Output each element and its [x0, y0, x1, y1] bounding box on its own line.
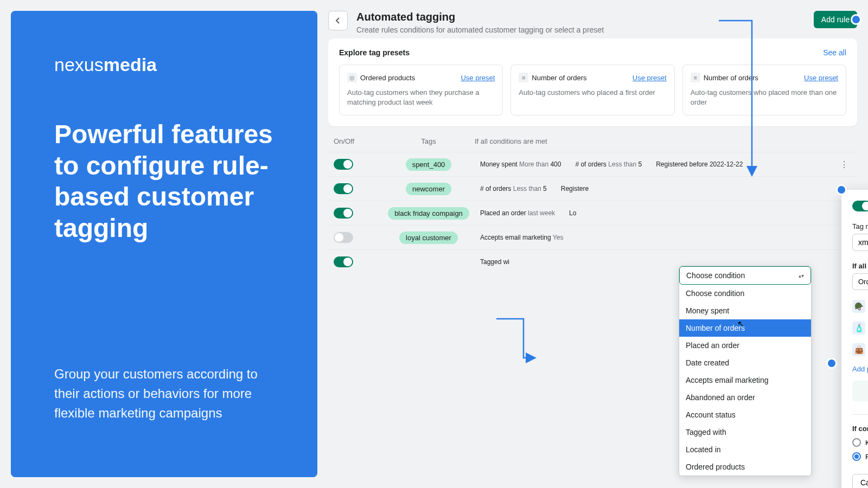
condition-pill: Placed an order last week: [475, 207, 560, 220]
product-item: 👜 4136- Blue laptop bag Delete: [852, 339, 868, 361]
chevron-updown-icon: ▴▾: [799, 273, 804, 279]
dropdown-option[interactable]: Accepts email marketing: [679, 371, 811, 389]
promo-heading: Powerful features to configure rule-base…: [54, 119, 279, 243]
col-onoff: On/Off: [334, 137, 382, 145]
product-thumb-icon: 🧴: [852, 322, 865, 335]
dropdown-option[interactable]: Ordered products: [679, 458, 811, 476]
preset-icon: ≡: [691, 73, 700, 82]
app-area: Automated tagging Create rules condition…: [328, 0, 868, 488]
col-conditions: If all conditions are met: [475, 137, 852, 145]
enable-rule-toggle[interactable]: [852, 201, 868, 211]
add-products-link[interactable]: Add products: [852, 365, 868, 373]
logo: nexusmedia: [54, 54, 279, 75]
preset-desc: Auto-tag customers who placed a first or…: [519, 88, 666, 98]
preset-card: ≡Number of orders Use preset Auto-tag cu…: [510, 65, 674, 115]
dropdown-option[interactable]: Tagged with: [679, 423, 811, 441]
tag-name-input[interactable]: [852, 234, 868, 251]
use-preset-link[interactable]: Use preset: [461, 74, 495, 82]
condition-pill: Lo: [564, 207, 582, 220]
promo-description: Group your customers according to their …: [54, 364, 279, 445]
more-icon[interactable]: ⋮: [837, 159, 852, 170]
keep-tag-option[interactable]: Keep tag: [852, 438, 868, 447]
add-rule-button[interactable]: Add rule: [814, 11, 857, 28]
condition-pill: # of orders Less than 5: [570, 158, 647, 171]
rule-toggle[interactable]: [334, 256, 353, 267]
preset-name: ≡Number of orders: [691, 73, 758, 82]
condition-pill: # of orders Less than 5: [475, 182, 552, 195]
add-condition-button[interactable]: + Add Condition: [852, 381, 868, 401]
rule-row: spent_400 Money spent More than 400# of …: [328, 152, 857, 176]
page-title: Automated tagging: [356, 11, 805, 23]
tag-pill: loyal customer: [399, 232, 458, 244]
dropdown-option[interactable]: Date created: [679, 354, 811, 371]
product-thumb-icon: 🪖: [852, 300, 865, 313]
rule-toggle[interactable]: [334, 208, 353, 219]
preset-card: ◎Ordered products Use preset Auto-tag cu…: [339, 65, 503, 115]
cursor-icon: ↖: [737, 319, 744, 329]
preset-name: ≡Number of orders: [519, 73, 586, 82]
dropdown-option[interactable]: Money spent: [679, 302, 811, 319]
conditions-anymore-label: If conditions aren't met anymore: [852, 425, 868, 433]
condition-pill: Accepts email marketing Yes: [475, 231, 569, 244]
condition-pill: Money spent More than 400: [475, 158, 566, 171]
keep-tag-label: Keep tag: [865, 439, 868, 447]
condition-pill: Registered before 2022-12-22: [650, 158, 748, 171]
tag-name-label: Tag name: [852, 222, 868, 230]
dropdown-option[interactable]: Account status: [679, 406, 811, 423]
use-preset-link[interactable]: Use preset: [804, 74, 838, 82]
product-thumb-icon: 👜: [852, 343, 865, 356]
radio-icon: [852, 438, 861, 447]
tag-pill: newcomer: [406, 183, 451, 195]
presets-title: Explore tag presets: [339, 48, 410, 57]
rule-toggle[interactable]: [334, 232, 353, 243]
dropdown-placeholder: Choose condition: [686, 271, 745, 280]
cancel-button[interactable]: Cancel: [852, 474, 868, 488]
dropdown-trigger[interactable]: Choose condition ▴▾: [679, 266, 811, 285]
page-subtitle: Create rules conditions for automated cu…: [356, 25, 805, 34]
rules-header: On/Off Tags If all conditions are met: [328, 137, 857, 152]
tag-pill: spent_400: [406, 158, 452, 171]
product-item: 🧴 2020- Light blue plastic suitcase Dele…: [852, 317, 868, 339]
presets-card: Explore tag presets See all ◎Ordered pro…: [328, 38, 857, 126]
condition-pill: Tagged wi: [475, 255, 515, 268]
tag-pill: black friday compaign: [388, 207, 469, 220]
dropdown-option[interactable]: Located in: [679, 441, 811, 458]
rule-toggle[interactable]: [334, 183, 353, 194]
use-preset-link[interactable]: Use preset: [633, 74, 667, 82]
see-all-link[interactable]: See all: [823, 48, 846, 57]
dropdown-option[interactable]: Placed an order: [679, 337, 811, 354]
remove-tag-option[interactable]: Remove tag: [852, 452, 868, 461]
rule-row: loyal customer Accepts email marketing Y…: [328, 225, 857, 249]
preset-card: ≡Number of orders Use preset Auto-tag cu…: [682, 65, 846, 115]
product-item: 🪖 7020-3-Dark blue plastic helmet... Del…: [852, 296, 868, 317]
rule-row: newcomer # of orders Less than 5Register…: [328, 176, 857, 201]
logo-light: nexus: [54, 54, 104, 75]
col-tags: Tags: [382, 137, 475, 145]
condition-pill: Registere: [556, 182, 594, 195]
preset-icon: ≡: [519, 73, 528, 82]
conditions-met-label: If all conditions are met: [852, 262, 868, 270]
preset-desc: Auto-tag customers when they purchase a …: [347, 88, 495, 107]
dropdown-option[interactable]: Number of orders: [679, 319, 811, 337]
rule-form: Enable automated rule Tag name If all co…: [841, 190, 868, 488]
arrow-left-icon: [334, 16, 342, 25]
remove-tag-label: Remove tag: [865, 453, 868, 461]
preset-name: ◎Ordered products: [347, 73, 415, 82]
radio-checked-icon: [852, 452, 861, 461]
condition-type-select[interactable]: Ordered products ▴▾: [852, 273, 868, 290]
rule-toggle[interactable]: [334, 159, 353, 170]
dropdown-option[interactable]: Choose condition: [679, 285, 811, 302]
promo-panel: nexusmedia Powerful features to configur…: [11, 11, 317, 477]
condition-dropdown[interactable]: Choose condition ▴▾ Choose conditionMone…: [679, 266, 812, 476]
preset-desc: Auto-tag customers who placed more than …: [691, 88, 838, 107]
logo-bold: media: [104, 54, 157, 75]
preset-icon: ◎: [347, 73, 357, 82]
back-button[interactable]: [328, 11, 348, 30]
header: Automated tagging Create rules condition…: [328, 11, 857, 34]
rule-row: black friday compaign Placed an order la…: [328, 201, 857, 225]
dropdown-option[interactable]: Abandoned an order: [679, 389, 811, 406]
condition-type-value: Ordered products: [858, 278, 868, 286]
